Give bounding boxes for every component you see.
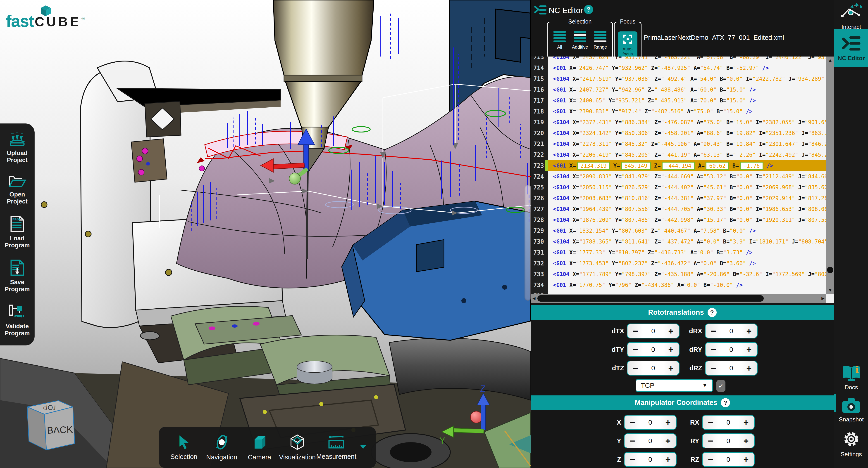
sidebar-item-save[interactable]: Save Program [4, 259, 30, 293]
stepper-value[interactable]: 0 [718, 437, 738, 445]
manipulator-help-button[interactable]: ? [721, 398, 730, 407]
stepper-value[interactable]: 0 [643, 346, 663, 354]
increment-button[interactable]: + [741, 362, 757, 375]
decrement-button[interactable]: − [627, 343, 643, 356]
code-line[interactable]: 713<G104 X="2457.624" Y="951.741" Z="-46… [531, 57, 826, 63]
frame-select[interactable]: TCP ▼ [636, 379, 713, 392]
sidebar-item-load[interactable]: PR06Load Program [4, 215, 30, 249]
decrement-button[interactable]: − [706, 343, 721, 356]
sidebar-item-upload[interactable]: Upload Project [7, 132, 28, 164]
toolbar-selection-button[interactable]: Selection [165, 435, 203, 461]
increment-button[interactable]: + [660, 416, 676, 429]
stepper-value[interactable]: 0 [721, 327, 741, 335]
decrement-button[interactable]: − [624, 416, 640, 429]
decrement-button[interactable]: − [703, 434, 718, 447]
manip-rx-stepper[interactable]: −0+ [702, 415, 755, 430]
increment-button[interactable]: + [741, 325, 757, 338]
select-additive-button[interactable]: Additive [570, 31, 590, 50]
nc-help-button[interactable]: ? [584, 5, 593, 14]
viewport-3d-scene[interactable]: TOP BACK Z Y [0, 0, 531, 468]
rail-button-snapshot[interactable]: Snapshot [834, 397, 868, 423]
roto-dtx-stepper[interactable]: −0+ [627, 324, 680, 338]
increment-button[interactable]: + [738, 434, 754, 447]
increment-button[interactable]: + [663, 343, 679, 356]
select-range-button[interactable]: Range [591, 31, 610, 50]
roto-dry-stepper[interactable]: −0+ [705, 342, 757, 357]
code-line[interactable]: 721<G104 X="2278.311" Y="845.32" Z="-445… [531, 139, 826, 149]
stepper-value[interactable]: 0 [640, 456, 660, 463]
roto-drx-stepper[interactable]: −0+ [705, 324, 757, 338]
manip-z-stepper[interactable]: −0+ [624, 452, 677, 467]
code-line-selected[interactable]: 723<G01 X=2134.319Y=845.149Z=-444.194A=6… [531, 160, 826, 171]
increment-button[interactable]: + [741, 343, 757, 356]
scroll-down-icon[interactable]: ▼ [826, 287, 834, 293]
stepper-value[interactable]: 0 [640, 419, 660, 426]
vscroll-thumb[interactable] [827, 267, 833, 273]
decrement-button[interactable]: − [627, 325, 643, 338]
code-line[interactable]: 717<G01 X="2400.65" Y="935.721" Z="-485.… [531, 95, 826, 106]
code-vertical-scrollbar[interactable]: ▲ ▼ [826, 57, 834, 294]
increment-button[interactable]: + [738, 416, 754, 429]
viewport-3d[interactable]: TOP BACK Z Y fast [0, 0, 531, 468]
decrement-button[interactable]: − [706, 362, 721, 375]
decrement-button[interactable]: − [706, 325, 721, 338]
stepper-value[interactable]: 0 [640, 437, 660, 445]
toolbar-navigation-button[interactable]: Navigation [203, 434, 241, 461]
code-line[interactable]: 733<G104 X="1771.789" Y="798.397" Z="-43… [531, 269, 826, 280]
manip-rz-stepper[interactable]: −0+ [702, 452, 755, 467]
code-horizontal-scrollbar[interactable]: ◄ ► [531, 294, 826, 303]
roto-dty-stepper[interactable]: −0+ [627, 342, 680, 357]
editable-value-field[interactable]: -444.194 [662, 162, 695, 170]
toolbar-camera-button[interactable]: Camera [241, 434, 278, 461]
code-line[interactable]: 734<G01 X="1770.75" Y="796" Z="-434.386"… [531, 280, 826, 291]
select-all-button[interactable]: All [550, 31, 569, 50]
scroll-right-icon[interactable]: ► [819, 296, 826, 301]
code-line[interactable]: 731<G01 X="1777.33" Y="810.797" Z="-436.… [531, 247, 826, 258]
apply-frame-button[interactable]: ✓ [716, 380, 725, 392]
rail-button-docs[interactable]: iDocs [834, 364, 868, 391]
roto-drz-stepper[interactable]: −0+ [705, 361, 757, 375]
decrement-button[interactable]: − [703, 453, 718, 466]
sidebar-item-validate[interactable]: Validate Program [4, 303, 30, 337]
hscroll-thumb[interactable] [537, 295, 764, 302]
code-line[interactable]: 735<G104 X="1767.194" Y="794.42" Z="-434… [531, 291, 826, 294]
code-line[interactable]: 720<G104 X="2324.142" Y="850.306" Z="-45… [531, 128, 826, 139]
editable-value-field[interactable]: 60.62 [706, 162, 729, 170]
increment-button[interactable]: + [738, 453, 754, 466]
code-line[interactable]: 732<G01 X="1773.453" Y="802.237" Z="-436… [531, 258, 826, 269]
manip-ry-stepper[interactable]: −0+ [702, 433, 755, 448]
view-cube[interactable]: TOP BACK [27, 401, 75, 450]
increment-button[interactable]: + [663, 362, 679, 375]
rail-button-settings[interactable]: Settings [834, 430, 868, 458]
stepper-value[interactable]: 0 [721, 364, 741, 372]
manip-x-stepper[interactable]: −0+ [624, 415, 677, 430]
decrement-button[interactable]: − [624, 453, 640, 466]
code-line[interactable]: 730<G104 X="1788.365" Y="811.641" Z="-43… [531, 236, 826, 247]
stepper-value[interactable]: 0 [718, 456, 738, 463]
stepper-value[interactable]: 0 [718, 419, 738, 426]
code-line[interactable]: 724<G104 X="2090.833" Y="841.979" Z="-44… [531, 171, 826, 182]
editable-value-field[interactable]: -1.76 [740, 162, 763, 170]
decrement-button[interactable]: − [703, 416, 718, 429]
toolbar-measurement-button[interactable]: Measurement [316, 435, 356, 460]
stepper-value[interactable]: 0 [643, 364, 663, 372]
code-line[interactable]: 715<G104 X="2417.519" Y="937.038" Z="-49… [531, 73, 826, 84]
editable-value-field[interactable]: 2134.319 [577, 162, 610, 170]
code-line[interactable]: 725<G104 X="2050.115" Y="826.529" Z="-44… [531, 182, 826, 193]
nc-list-scrollbar[interactable] [525, 185, 531, 301]
decrement-button[interactable]: − [624, 434, 640, 447]
increment-button[interactable]: + [660, 453, 676, 466]
increment-button[interactable]: + [663, 325, 679, 338]
scroll-up-icon[interactable]: ▲ [826, 58, 834, 63]
roto-dtz-stepper[interactable]: −0+ [627, 361, 680, 375]
code-line[interactable]: 716<G01 X="2407.727" Y="942.96" Z="-488.… [531, 84, 826, 95]
code-line[interactable]: 727<G104 X="1964.439" Y="807.556" Z="-44… [531, 204, 826, 214]
auto-focus-button[interactable]: Auto- focus [618, 31, 638, 59]
code-line[interactable]: 722<G104 X="2206.419" Y="845.205" Z="-44… [531, 149, 826, 160]
scroll-left-icon[interactable]: ◄ [531, 296, 537, 301]
manip-y-stepper[interactable]: −0+ [624, 433, 677, 448]
sidebar-item-open[interactable]: Open Project [7, 174, 28, 205]
stepper-value[interactable]: 0 [721, 346, 741, 354]
measurement-dropdown-button[interactable] [356, 445, 370, 450]
rototranslations-help-button[interactable]: ? [708, 308, 717, 317]
